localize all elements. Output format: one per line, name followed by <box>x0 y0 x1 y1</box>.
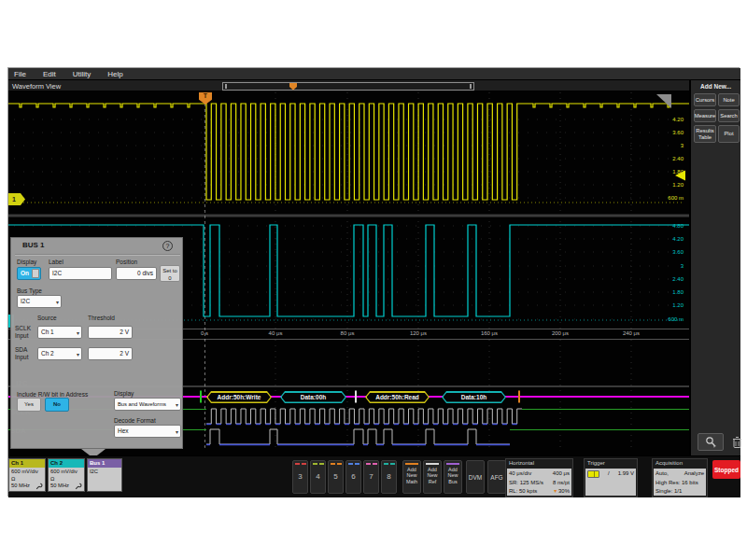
decode-format-dropdown[interactable]: Hex ▾ <box>114 425 181 438</box>
channel2-bandwidth: 50 MHz <box>50 483 69 490</box>
scrollbar-right-cap <box>470 84 472 89</box>
bus-color-line <box>446 463 459 465</box>
add-ref-label: Add New Ref <box>424 467 441 484</box>
vertical-scale-label: 1.20 <box>646 302 684 308</box>
waveform-view-titlebar: Waveform View <box>8 80 689 91</box>
vertical-scale-label: 3.60 <box>646 130 684 135</box>
chevron-down-icon: ▾ <box>56 297 59 308</box>
channel4-button[interactable]: 4 <box>310 460 326 494</box>
label-label: Label <box>49 259 63 265</box>
trigger-source-icon <box>587 470 599 478</box>
position-label: Position <box>116 259 137 265</box>
bus-decode-box: Data:00h <box>280 391 346 403</box>
channel3-button[interactable]: 3 <box>292 460 308 494</box>
add-new-ref-button[interactable]: Add New Ref <box>423 460 442 494</box>
acquisition-panel[interactable]: Acquisition Auto,Analyze High Res: 16 bi… <box>652 458 708 497</box>
acquisition-analyze: Analyze <box>684 469 704 479</box>
sclk-input-label: SCLK Input <box>15 325 35 340</box>
cursors-button[interactable]: Cursors <box>694 93 716 106</box>
vertical-scale-label: 1.20 <box>646 182 684 188</box>
channel2-badge[interactable]: Ch 2 600 mV/div Ω 50 MHz <box>48 458 85 492</box>
bus-type-label: Bus Type <box>17 287 42 294</box>
chevron-down-icon: ▾ <box>176 427 178 438</box>
trigger-position-marker-icon[interactable] <box>289 83 297 91</box>
channel1-badge-header: Ch 1 <box>9 459 45 468</box>
trigger-panel[interactable]: Trigger / 1.99 V <box>584 458 638 497</box>
sda-source-dropdown[interactable]: Ch 2 ▾ <box>37 347 82 360</box>
horizontal-pan-scrollbar[interactable] <box>222 82 474 91</box>
channel8-button[interactable]: 8 <box>381 460 397 494</box>
waveform-display-area: T 1 I2C SCLK SDA 0 s40 μs80 μs120 μs160 … <box>8 91 689 455</box>
menu-file[interactable]: File <box>14 70 26 78</box>
sample-interval: 8 ns/pt <box>553 479 570 488</box>
menu-edit[interactable]: Edit <box>43 70 56 78</box>
set-to-zero-button[interactable]: Set to 0 <box>160 265 180 282</box>
time-axis-label: 120 μs <box>402 330 434 336</box>
channel6-button[interactable]: 6 <box>345 460 361 494</box>
trigger-slope-icon: / <box>608 469 610 479</box>
bus-label-input[interactable]: I2C <box>49 267 112 280</box>
rw-yes-button[interactable]: Yes <box>17 398 41 412</box>
zoom-tool-button[interactable] <box>698 433 724 451</box>
vertical-scale-label: 3 <box>646 263 684 269</box>
add-new-bus-button[interactable]: Add New Bus <box>444 460 462 494</box>
vertical-scale-label: 2.40 <box>646 276 684 282</box>
bus-type-value: I2C <box>21 298 30 304</box>
channel3-number: 3 <box>293 465 307 489</box>
bus-decode-box: Addr:50h:Read <box>365 391 430 403</box>
bus1-config-dialog: BUS 1 ? Display On Label I2C Position 0 … <box>10 237 183 449</box>
add-new-title: Add New... <box>691 83 740 90</box>
display-mode-dropdown[interactable]: Bus and Waveforms ▾ <box>114 398 181 411</box>
math-color-line <box>405 463 418 465</box>
sda-source-value: Ch 2 <box>41 350 54 357</box>
channel8-number: 8 <box>382 465 396 489</box>
magnifier-icon <box>704 436 717 448</box>
help-icon[interactable]: ? <box>162 241 173 251</box>
menu-help[interactable]: Help <box>107 70 122 78</box>
note-button[interactable]: Note <box>718 93 740 106</box>
chevron-down-icon: ▾ <box>77 349 79 360</box>
horizontal-title: Horizontal <box>506 459 572 467</box>
channel7-button[interactable]: 7 <box>363 460 379 494</box>
decode-format-label: Decode Format <box>114 417 156 424</box>
acquisition-mode: Auto, <box>655 469 669 479</box>
divider <box>15 254 180 255</box>
channel2-scale: 600 mV/div <box>50 469 82 476</box>
bus1-badge[interactable]: Bus 1 I2C <box>87 458 122 492</box>
add-new-math-button[interactable]: Add New Math <box>402 460 421 494</box>
add-math-label: Add New Math <box>403 467 420 484</box>
sclk-source-dropdown[interactable]: Ch 1 ▾ <box>37 326 82 339</box>
rw-no-button[interactable]: No <box>45 398 69 412</box>
channel5-button[interactable]: 5 <box>328 460 344 494</box>
trash-button[interactable] <box>730 433 743 451</box>
horizontal-panel[interactable]: Horizontal 40 μs/div400 μs SR: 125 MS/s8… <box>505 458 573 497</box>
channel2-badge-header: Ch 2 <box>49 459 84 468</box>
channel1-badge[interactable]: Ch 1 600 mV/div Ω 50 MHz <box>8 458 46 492</box>
menu-utility[interactable]: Utility <box>73 70 92 78</box>
record-length: RL: 50 kpts <box>509 487 537 497</box>
sda-threshold-input[interactable]: 2 V <box>88 347 133 360</box>
channel7-number: 7 <box>364 465 378 489</box>
sclk-threshold-input[interactable]: 2 V <box>88 326 133 339</box>
search-button[interactable]: Search <box>718 109 740 122</box>
results-table-button[interactable]: Results Table <box>694 125 716 143</box>
rw-bit-label: Include R/W bit in Address <box>17 391 88 398</box>
channel1-scale: 600 mV/div <box>11 469 43 476</box>
position-input[interactable]: 0 divs <box>116 267 157 280</box>
dialog-title: BUS 1 <box>22 241 45 249</box>
plot-button[interactable]: Plot <box>718 125 740 143</box>
run-stop-button[interactable]: Stopped <box>712 460 740 479</box>
vertical-scale-label: 3.60 <box>646 249 684 255</box>
afg-button[interactable]: AFG <box>487 460 506 494</box>
channel2-coupling: Ω <box>50 476 82 483</box>
measure-button[interactable]: Measure <box>694 109 716 122</box>
display-toggle[interactable]: On <box>17 267 41 280</box>
display-label: Display <box>17 259 36 265</box>
decode-format-value: Hex <box>118 427 129 434</box>
dvm-button[interactable]: DVM <box>466 460 485 494</box>
bus-type-dropdown[interactable]: I2C ▾ <box>17 295 62 308</box>
bottom-settings-bar: Ch 1 600 mV/div Ω 50 MHz Ch 2 600 mV/div… <box>8 455 740 497</box>
time-axis-label: 200 μs <box>544 330 576 336</box>
channel1-coupling: Ω <box>11 476 43 483</box>
toggle-knob <box>32 269 39 278</box>
